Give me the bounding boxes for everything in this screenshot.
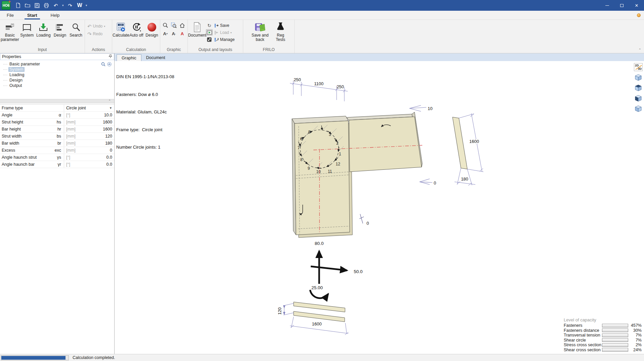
- zoom-home-icon[interactable]: [179, 22, 186, 29]
- undo-caret-icon[interactable]: ▾: [62, 4, 64, 7]
- frame-type-select[interactable]: Circle joint ▼: [64, 105, 114, 111]
- svg-text:123: 123: [119, 24, 122, 26]
- quick-access-toolbar: ↶ ▾ ↷ W ▾: [15, 2, 87, 8]
- new-document-icon[interactable]: [15, 2, 21, 8]
- tree-collapse-icon[interactable]: [107, 62, 112, 66]
- minimize-button[interactable]: [600, 0, 614, 11]
- calculate-button[interactable]: 123 Calculate: [114, 21, 128, 38]
- close-button[interactable]: ✕: [629, 0, 644, 11]
- view-cube-iso-2-icon[interactable]: [634, 84, 643, 92]
- group-label-calculation: Calculation: [114, 47, 159, 53]
- refresh-layout-icon[interactable]: ↻: [206, 22, 213, 29]
- w-menu-button[interactable]: W: [77, 2, 82, 8]
- property-value: 1600: [103, 120, 112, 124]
- view-cube-iso-1-icon[interactable]: [634, 73, 643, 82]
- play-preview-icon[interactable]: [206, 29, 213, 36]
- reg-tests-button[interactable]: Reg Tests: [273, 21, 288, 42]
- collapse-ribbon-icon[interactable]: ⌃: [639, 48, 641, 52]
- font-color-button[interactable]: A: [179, 31, 186, 37]
- app-icon-label: HO6: [3, 4, 10, 7]
- bar-height-input[interactable]: [mm]1600: [64, 126, 114, 133]
- bar-width-input[interactable]: [mm]180: [64, 140, 114, 147]
- property-label: Angle haunch strut: [0, 155, 54, 160]
- tree-item-label: Output: [8, 83, 23, 88]
- property-value: 10.0: [104, 113, 112, 117]
- tree-item-basic-parameter[interactable]: Basic parameter: [3, 61, 114, 67]
- system-button[interactable]: System: [19, 21, 35, 38]
- document-icon: [193, 22, 202, 33]
- design-calc-button[interactable]: Design: [144, 21, 159, 38]
- undo-icon[interactable]: ↶: [53, 2, 59, 8]
- layout-load-button[interactable]: Load ▾: [213, 29, 235, 36]
- tree-item-system[interactable]: System: [3, 67, 114, 72]
- app-icon[interactable]: HO6 +: [2, 1, 10, 10]
- undo-button[interactable]: ↶ Undo ▾: [86, 23, 106, 30]
- pin-icon[interactable]: [109, 54, 112, 59]
- tree-item-loading[interactable]: Loading: [3, 72, 114, 78]
- tab-graphic[interactable]: Graphic: [117, 54, 141, 61]
- fasteners-line: Fasteners: Dow ø 6.0: [116, 92, 174, 98]
- strut-width-input[interactable]: [mm]120: [64, 133, 114, 140]
- 2d-3d-toggle-button[interactable]: 2D 3D: [634, 63, 643, 71]
- print-icon[interactable]: [43, 2, 49, 8]
- tree-item-design[interactable]: Design: [3, 78, 114, 83]
- tree-search-icon[interactable]: [101, 62, 105, 66]
- design-input-button[interactable]: Design: [52, 21, 68, 38]
- dim-top-left: 250: [294, 77, 301, 82]
- loading-icon: [38, 22, 48, 33]
- redo-icon[interactable]: ↷: [67, 2, 73, 8]
- moment-arrow: [310, 290, 328, 298]
- zoom-icon[interactable]: [162, 22, 169, 29]
- vertical-force-label: 80.0: [315, 241, 324, 246]
- basic-parameter-button[interactable]: Basic parameter: [1, 21, 18, 42]
- tree-item-output[interactable]: Output: [3, 83, 114, 88]
- view-cube-iso-4-icon[interactable]: [634, 105, 643, 113]
- loading-button[interactable]: Loading: [36, 21, 51, 38]
- window-controls: ✕: [600, 0, 644, 11]
- menu-start[interactable]: Start: [20, 11, 44, 19]
- layout-manage-label: Manage: [220, 37, 234, 42]
- panel-splitter-band[interactable]: ⌃: [0, 99, 114, 103]
- font-increase-button[interactable]: A+: [162, 31, 169, 37]
- expand-layout-icon[interactable]: [206, 36, 213, 43]
- maximize-button[interactable]: [614, 0, 629, 11]
- norm-line: DIN EN 1995-1-1/NA:2013-08: [116, 74, 174, 80]
- moment-label: 25.00: [311, 285, 323, 290]
- layout-save-button[interactable]: Save: [213, 22, 235, 29]
- strut-member: [292, 116, 350, 235]
- angle-haunch-bar-input[interactable]: [°]0.0: [64, 161, 114, 168]
- property-value: 120: [105, 134, 112, 139]
- property-row-bar-height: Bar height hr [mm]1600: [0, 126, 114, 133]
- property-symbol: γs: [54, 155, 64, 160]
- tab-document[interactable]: Document: [141, 54, 170, 61]
- system-label: System: [20, 33, 34, 38]
- joint-drawing: 1 2 3 5 6 7 8 9 10 11 12: [115, 61, 644, 354]
- view-cube-iso-3-icon[interactable]: [634, 94, 643, 102]
- excess-input[interactable]: [mm]0: [64, 147, 114, 154]
- font-decrease-button[interactable]: A-: [171, 31, 177, 37]
- auto-off-button[interactable]: Auto off: [129, 21, 144, 38]
- cs-thickness-label: 120: [277, 307, 282, 315]
- notification-dot-icon[interactable]: [637, 13, 641, 17]
- search-button[interactable]: Search: [69, 21, 83, 38]
- menu-file[interactable]: File: [0, 11, 20, 19]
- save-and-back-button[interactable]: Save and back: [250, 21, 270, 42]
- redo-button[interactable]: ↷ Redo: [86, 31, 106, 37]
- property-row-excess: Excess exc [mm]0: [0, 147, 114, 154]
- property-value: 0: [110, 148, 112, 153]
- angle-input[interactable]: [°]10.0: [64, 112, 114, 118]
- layout-manage-button[interactable]: Manage: [213, 36, 235, 43]
- save-icon[interactable]: [34, 2, 40, 8]
- fastener-number: 6: [300, 137, 303, 141]
- capacity-label: Transversal tension: [564, 333, 601, 338]
- qat-customize-caret-icon[interactable]: ▾: [86, 4, 87, 7]
- angle-haunch-strut-input[interactable]: [°]0.0: [64, 154, 114, 161]
- open-folder-icon[interactable]: [25, 2, 31, 8]
- menu-bar: File Start Help: [0, 11, 644, 20]
- zoom-region-icon[interactable]: [171, 22, 177, 29]
- document-button[interactable]: Document: [189, 21, 205, 38]
- menu-help[interactable]: Help: [44, 11, 67, 19]
- ribbon-group-output: Document ↻ Save Load ▾: [188, 20, 243, 53]
- capacity-row: Stress cross section 2%: [564, 343, 642, 348]
- strut-height-input[interactable]: [mm]1600: [64, 119, 114, 125]
